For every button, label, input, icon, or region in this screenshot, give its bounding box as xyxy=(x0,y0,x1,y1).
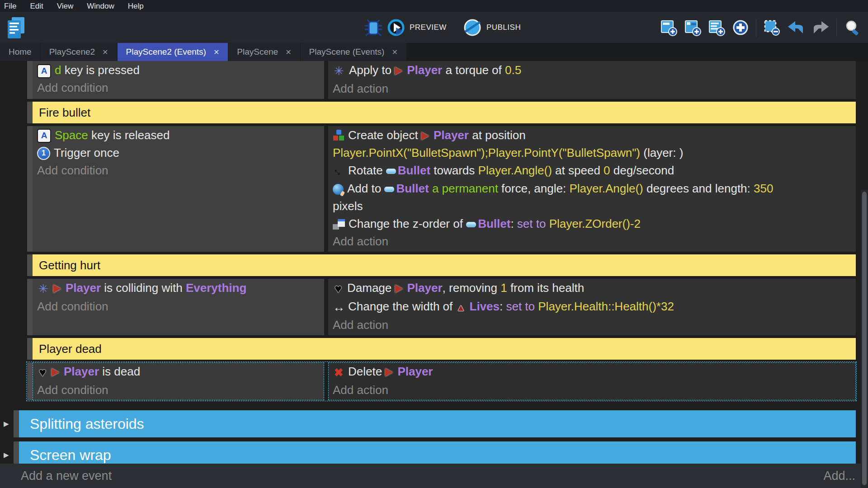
close-icon[interactable]: ✕ xyxy=(285,48,291,56)
text-token: Rotate xyxy=(348,164,386,177)
menu-item-file[interactable]: File xyxy=(0,2,23,11)
add-condition-link[interactable]: Add condition xyxy=(33,79,324,97)
add-condition-link[interactable]: Add condition xyxy=(33,381,324,399)
project-manager-button[interactable] xyxy=(5,16,26,42)
action-line[interactable]: Add to Bullet a permanent force, angle: … xyxy=(328,180,856,197)
keyboard-icon xyxy=(37,64,51,78)
close-icon[interactable]: ✕ xyxy=(213,48,219,56)
action-line[interactable]: Delete Player xyxy=(328,363,856,381)
condition-line[interactable]: d key is pressed xyxy=(33,61,324,79)
event-drag-handle[interactable] xyxy=(27,338,33,360)
add-action-link[interactable]: Add action xyxy=(328,316,856,334)
publish-button[interactable] xyxy=(463,18,482,37)
action-line[interactable]: Change the z-order of Bullet: set to Pla… xyxy=(328,215,856,233)
tab-playscene-events-[interactable]: PlayScene (Events)✕ xyxy=(301,43,406,61)
event-drag-handle[interactable] xyxy=(27,279,33,335)
action-line[interactable]: Change the width of Lives: set to Player… xyxy=(328,298,856,316)
add-new-event-type-button[interactable] xyxy=(732,19,749,36)
tab-playscene2[interactable]: PlayScene2✕ xyxy=(41,43,117,61)
event-drag-handle[interactable] xyxy=(14,410,19,437)
menu-item-help[interactable]: Help xyxy=(121,2,151,11)
row-gap xyxy=(0,400,868,410)
scrollbar-thumb[interactable] xyxy=(862,192,867,485)
add-action-link[interactable]: Add action xyxy=(328,80,856,98)
close-icon[interactable]: ✕ xyxy=(102,48,108,56)
text-token: Delete xyxy=(348,365,385,378)
tab-home[interactable]: Home xyxy=(0,43,40,61)
text-token: Everything xyxy=(186,281,246,295)
redo-button[interactable] xyxy=(812,21,829,34)
text-token: d xyxy=(55,63,65,77)
actions-cell: Damage Player, removing 1 from its healt… xyxy=(328,279,856,335)
text-token: a torque of xyxy=(442,63,505,77)
add-action-link[interactable]: Add action xyxy=(328,233,856,250)
player-icon xyxy=(385,368,393,376)
text-token: Apply to xyxy=(349,63,395,77)
add-event-button[interactable] xyxy=(660,19,677,36)
debugger-button[interactable] xyxy=(364,18,382,37)
collapse-arrow-icon[interactable]: ▶ xyxy=(4,420,9,428)
conditions-cell: Space key is releasedTrigger onceAdd con… xyxy=(33,126,324,252)
undo-button[interactable] xyxy=(788,21,805,34)
add-condition-link[interactable]: Add condition xyxy=(33,162,324,179)
condition-line[interactable]: Trigger once xyxy=(33,144,324,162)
action-line[interactable]: pixels xyxy=(328,197,856,215)
event-row: Space key is releasedTrigger onceAdd con… xyxy=(27,126,856,252)
action-line[interactable]: Create object Player at position xyxy=(328,127,856,144)
action-line[interactable]: Apply to Player a torque of 0.5 xyxy=(328,61,856,80)
preview-label[interactable]: PREVIEW xyxy=(410,23,447,32)
menu-item-edit[interactable]: Edit xyxy=(23,2,50,11)
tab-label: PlayScene2 (Events) xyxy=(126,47,206,57)
text-token: Trigger once xyxy=(54,146,119,160)
text-token: at position xyxy=(469,128,526,142)
search-button[interactable] xyxy=(844,19,861,36)
keyboard-icon xyxy=(37,129,51,143)
tab-playscene2-events-[interactable]: PlayScene2 (Events)✕ xyxy=(118,43,228,61)
toolbar-separator xyxy=(756,19,756,37)
event-drag-handle[interactable] xyxy=(27,61,33,99)
event-drag-handle[interactable] xyxy=(27,126,33,252)
tab-bar: HomePlayScene2✕PlayScene2 (Events)✕PlayS… xyxy=(0,43,868,61)
action-line[interactable]: Player.PointX("BulletSpawn");Player.Poin… xyxy=(328,144,856,162)
event-row: Player is deadAdd conditionDelete Player… xyxy=(27,362,856,400)
add-button[interactable]: Add... xyxy=(823,469,855,483)
rotate-icon xyxy=(328,161,349,182)
add-subevent-button[interactable] xyxy=(684,19,701,36)
text-token: Player xyxy=(407,63,442,77)
publish-label[interactable]: PUBLISH xyxy=(486,23,521,32)
add-comment-button[interactable] xyxy=(708,19,725,36)
add-action-link[interactable]: Add action xyxy=(328,381,856,399)
text-token: from its health xyxy=(507,281,585,295)
events-sheet: d key is pressedAdd conditionApply to Pl… xyxy=(0,61,868,488)
comment-text[interactable]: Player dead xyxy=(33,338,856,360)
comment-text[interactable]: Fire bullet xyxy=(33,102,856,123)
action-line[interactable]: Damage Player, removing 1 from its healt… xyxy=(328,279,856,298)
condition-line[interactable]: Player is colliding with Everything xyxy=(33,279,324,298)
tab-playscene[interactable]: PlayScene✕ xyxy=(228,43,300,61)
group-title[interactable]: Splitting asteroids xyxy=(19,410,856,437)
collapse-arrow-icon[interactable]: ▶ xyxy=(4,451,9,459)
condition-line[interactable]: Space key is released xyxy=(33,127,324,144)
event-drag-handle[interactable] xyxy=(27,102,33,123)
debugger-icon xyxy=(364,18,382,37)
comment-event: Getting hurt xyxy=(27,254,856,276)
action-line[interactable]: Rotate Bullet towards Player.Angle() at … xyxy=(328,162,856,180)
close-icon[interactable]: ✕ xyxy=(392,48,397,56)
event-drag-handle[interactable] xyxy=(27,362,33,400)
selection-button[interactable] xyxy=(764,19,780,36)
text-token: is dead xyxy=(99,365,140,378)
menu-item-window[interactable]: Window xyxy=(80,2,121,11)
add-new-event-link[interactable]: Add a new event xyxy=(21,469,112,483)
menu-item-view[interactable]: View xyxy=(50,2,80,11)
conditions-cell: Player is deadAdd condition xyxy=(33,362,324,400)
bullet-icon xyxy=(384,187,394,192)
text-token: a permanent xyxy=(432,182,498,195)
preview-button[interactable] xyxy=(387,19,405,37)
text-token: : xyxy=(500,300,506,313)
comment-text[interactable]: Getting hurt xyxy=(33,254,856,276)
project-manager-icon xyxy=(5,16,26,40)
condition-line[interactable]: Player is dead xyxy=(33,363,324,381)
add-condition-link[interactable]: Add condition xyxy=(33,298,324,315)
heart-icon xyxy=(37,364,48,381)
event-drag-handle[interactable] xyxy=(27,254,33,276)
